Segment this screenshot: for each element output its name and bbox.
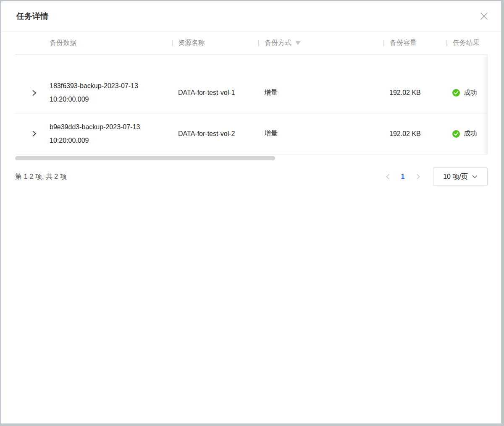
cell-resource-name: DATA-for-test-vol-2 bbox=[172, 130, 258, 138]
horizontal-scrollbar-thumb[interactable] bbox=[15, 156, 275, 160]
cell-backup-method: 增量 bbox=[258, 89, 383, 97]
backup-tasks-table: 备份数据 资源名称 备份方式 bbox=[15, 31, 488, 154]
column-separator bbox=[446, 40, 447, 46]
cell-task-result: 成功 bbox=[446, 129, 488, 138]
column-header-resource-name: 资源名称 bbox=[172, 39, 258, 47]
horizontal-scrollbar bbox=[15, 156, 488, 160]
column-header-label: 备份容量 bbox=[390, 39, 417, 47]
table-body: 183f6393-backup-2023-07-13 10:20:00.009 … bbox=[15, 55, 488, 154]
close-icon bbox=[480, 12, 488, 20]
table-header-row: 备份数据 资源名称 备份方式 bbox=[15, 31, 488, 55]
column-header-label: 任务结果 bbox=[453, 39, 480, 47]
column-separator bbox=[258, 40, 259, 46]
prev-page-button[interactable] bbox=[383, 172, 393, 182]
status-text: 成功 bbox=[464, 89, 477, 97]
chevron-right-icon bbox=[416, 174, 420, 180]
column-header-label: 资源名称 bbox=[178, 39, 205, 47]
page-size-select[interactable]: 10 项/页 bbox=[433, 167, 488, 186]
status-text: 成功 bbox=[464, 129, 477, 138]
check-circle-icon bbox=[452, 130, 460, 138]
column-separator bbox=[383, 40, 384, 46]
backup-id-text: 183f6393-backup-2023-07-13 10:20:00.009 bbox=[50, 79, 149, 106]
cell-backup-capacity: 192.02 KB bbox=[383, 130, 446, 138]
table-row[interactable]: b9e39dd3-backup-2023-07-13 10:20:00.009 … bbox=[15, 113, 488, 154]
pagination-bar: 第 1-2 项, 共 2 项 1 bbox=[15, 167, 488, 186]
column-header-task-result: 任务结果 bbox=[446, 39, 488, 47]
backup-id-text: b9e39dd3-backup-2023-07-13 10:20:00.009 bbox=[50, 120, 149, 147]
expand-row-button[interactable] bbox=[30, 130, 39, 138]
dialog-content: 备份数据 资源名称 备份方式 bbox=[1, 31, 501, 186]
column-header-backup-method: 备份方式 bbox=[258, 39, 383, 47]
table-row[interactable]: 183f6393-backup-2023-07-13 10:20:00.009 … bbox=[15, 73, 488, 113]
page-size-value: 10 项/页 bbox=[443, 172, 468, 181]
pagination-summary: 第 1-2 项, 共 2 项 bbox=[15, 172, 67, 181]
column-header-backup-data: 备份数据 bbox=[50, 39, 172, 47]
chevron-left-icon bbox=[386, 174, 390, 180]
task-detail-dialog: 任务详情 备份数据 资源名称 bbox=[1, 1, 501, 423]
cell-backup-capacity: 192.02 KB bbox=[383, 89, 446, 97]
cell-backup-method: 增量 bbox=[258, 129, 383, 138]
page-number-1[interactable]: 1 bbox=[399, 173, 407, 180]
pager-controls: 1 10 项/页 bbox=[383, 167, 488, 186]
column-header-label: 备份数据 bbox=[50, 39, 76, 47]
column-header-label: 备份方式 bbox=[265, 39, 291, 47]
filter-icon[interactable] bbox=[295, 41, 301, 45]
cell-backup-data: b9e39dd3-backup-2023-07-13 10:20:00.009 bbox=[50, 120, 172, 147]
check-circle-icon bbox=[452, 89, 460, 97]
chevron-right-icon bbox=[32, 90, 37, 96]
next-page-button[interactable] bbox=[413, 172, 423, 182]
close-button[interactable] bbox=[478, 11, 489, 22]
chevron-down-icon bbox=[472, 175, 478, 178]
column-separator bbox=[172, 40, 173, 46]
column-header-backup-capacity: 备份容量 bbox=[383, 39, 446, 47]
dialog-title: 任务详情 bbox=[16, 11, 48, 22]
dialog-header: 任务详情 bbox=[1, 1, 501, 31]
expand-row-button[interactable] bbox=[30, 89, 39, 97]
chevron-right-icon bbox=[32, 131, 37, 137]
cell-resource-name: DATA-for-test-vol-1 bbox=[172, 89, 258, 97]
cell-backup-data: 183f6393-backup-2023-07-13 10:20:00.009 bbox=[50, 79, 172, 106]
cell-task-result: 成功 bbox=[446, 89, 488, 97]
